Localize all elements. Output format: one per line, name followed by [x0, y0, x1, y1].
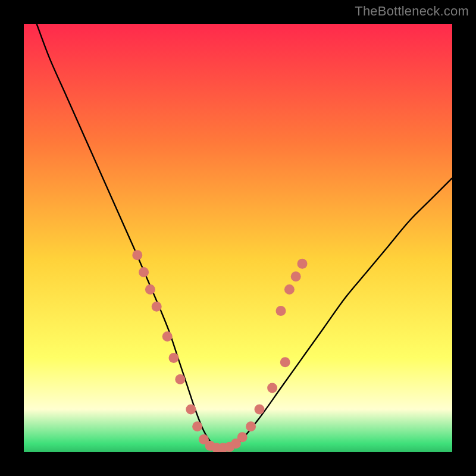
sample-point — [246, 421, 256, 431]
watermark-text: TheBottleneck.com — [355, 4, 469, 19]
sample-point — [298, 259, 308, 269]
sample-point — [139, 267, 149, 277]
sample-point — [284, 284, 295, 295]
sample-point — [255, 405, 265, 415]
sample-point — [132, 250, 142, 260]
plot-area — [24, 24, 452, 452]
sample-point — [237, 432, 248, 442]
sample-point — [280, 357, 290, 367]
sample-point — [192, 421, 202, 431]
sample-point — [145, 284, 155, 295]
sample-point — [152, 302, 162, 312]
sample-point — [186, 405, 196, 415]
sample-point — [291, 271, 301, 281]
sample-point — [267, 383, 277, 393]
sample-point — [175, 374, 185, 384]
gradient-background — [24, 24, 452, 452]
sample-point — [162, 331, 173, 342]
chart-frame: TheBottleneck.com — [0, 0, 476, 476]
sample-point — [276, 306, 286, 316]
sample-point — [169, 353, 179, 363]
bottleneck-chart — [24, 24, 452, 452]
